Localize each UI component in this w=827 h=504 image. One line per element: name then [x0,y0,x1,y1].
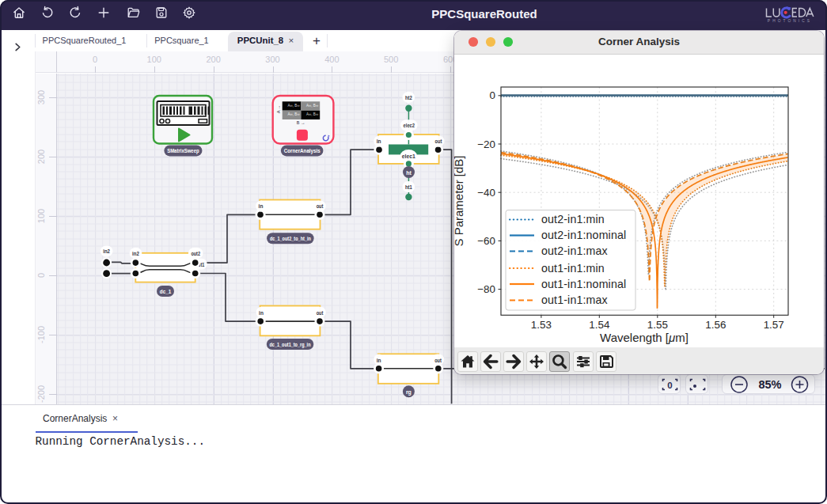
svg-text:−20: −20 [477,138,495,150]
svg-text:1.54: 1.54 [589,319,610,331]
svg-text:A∞, B∞: A∞, B∞ [306,104,318,108]
svg-text:1.56: 1.56 [705,319,726,331]
svg-text:SMatrixSweep: SMatrixSweep [167,147,199,154]
svg-text:1.55: 1.55 [647,319,668,331]
svg-text:S Parameter [dB]: S Parameter [dB] [454,155,465,246]
svg-text:Wavelength [μm]: Wavelength [μm] [600,331,689,344]
svg-text:in: in [259,310,264,316]
svg-text:1.53: 1.53 [531,319,552,331]
svg-text:PHOTONICS: PHOTONICS [768,19,812,23]
svg-text:−80: −80 [477,283,495,295]
svg-text:rg: rg [406,389,412,396]
svg-text:elec1: elec1 [402,153,415,159]
svg-text:out: out [435,138,442,144]
svg-text:CornerAnalysis: CornerAnalysis [284,147,321,154]
svg-text:B →: B → [297,120,305,125]
svg-text:out: out [434,358,442,363]
svg-text:out1-in1:max: out1-in1:max [541,294,608,306]
svg-text:−40: −40 [477,187,495,199]
svg-text:A∞, B∞: A∞, B∞ [287,112,299,116]
svg-text:out2-in1:min: out2-in1:min [541,213,605,225]
svg-text:dc_1_out1_to_rg_in: dc_1_out1_to_rg_in [270,341,311,348]
svg-text:in2: in2 [132,251,139,256]
svg-text:out2-in1:nominal: out2-in1:nominal [541,229,626,241]
svg-text:out2: out2 [191,251,200,256]
svg-text:in: in [377,358,381,363]
svg-text:elec2: elec2 [404,123,415,128]
svg-text:out1-in1:min: out1-in1:min [541,262,605,275]
svg-text:1.57: 1.57 [764,319,784,331]
svg-text:out: out [317,203,324,209]
svg-text:0: 0 [490,89,495,101]
svg-text:ht1: ht1 [405,184,412,190]
svg-text:out1-in1:nominal: out1-in1:nominal [541,278,626,290]
svg-text:out: out [317,310,324,316]
svg-text:in: in [259,203,264,209]
svg-text:in2: in2 [103,248,110,254]
svg-text:dc_1_out2_to_ht_in: dc_1_out2_to_ht_in [270,235,311,242]
svg-text:A∞, B∞: A∞, B∞ [306,112,318,116]
svg-text:−60: −60 [477,235,495,247]
svg-text:A →: A → [276,105,281,113]
svg-text:0: 0 [667,381,672,390]
svg-text:out2-in1:max: out2-in1:max [541,244,608,257]
svg-text:in: in [377,138,381,144]
svg-text:85%: 85% [758,378,781,391]
svg-text:ht2: ht2 [405,95,412,100]
svg-text:ht: ht [406,170,412,176]
svg-text:dc_1: dc_1 [160,288,172,295]
svg-text:A∞, B∞: A∞, B∞ [287,104,299,108]
